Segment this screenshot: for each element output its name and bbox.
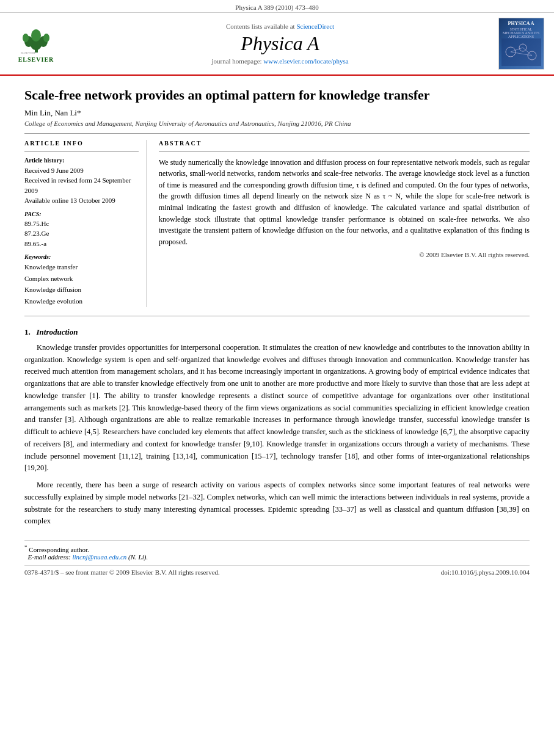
elsevier-tree-icon: ELSEVIER <box>20 24 53 55</box>
banner-right: PHYSICA A STATISTICAL MECHANICS AND ITS … <box>497 18 545 70</box>
svg-text:ELSEVIER: ELSEVIER <box>21 51 35 54</box>
article-title: Scale-free network provides an optimal p… <box>24 87 530 104</box>
divider-2 <box>24 316 530 316</box>
sciencedirect-link[interactable]: ScienceDirect <box>296 23 334 30</box>
journal-homepage: journal homepage: www.elsevier.com/locat… <box>64 57 497 65</box>
divider-abstract <box>159 151 530 152</box>
journal-thumbnail: PHYSICA A STATISTICAL MECHANICS AND ITS … <box>498 18 544 70</box>
thumb-graphic-icon <box>501 38 541 66</box>
pacs-label: PACS: <box>24 211 139 217</box>
journal-title-banner: Physica A <box>64 32 497 55</box>
elsevier-brand-text: ELSEVIER <box>18 56 54 63</box>
keyword-2: Complex network <box>24 273 139 285</box>
article-info-column: Article Info Article history: Received 9… <box>24 140 147 307</box>
footer-bottom: 0378-4371/$ – see front matter © 2009 El… <box>24 565 530 576</box>
banner: ELSEVIER ELSEVIER Contents lists availab… <box>0 13 554 76</box>
footnote-email: E-mail address: lincnj@nuaa.edu.cn (N. L… <box>24 553 530 561</box>
svg-point-5 <box>43 34 49 42</box>
homepage-link[interactable]: www.elsevier.com/locate/physa <box>263 57 348 65</box>
svg-point-4 <box>23 34 29 42</box>
svg-point-6 <box>31 29 41 42</box>
page-wrapper: Physica A 389 (2010) 473–480 ELSEVIER EL… <box>0 0 554 756</box>
thumb-subtitle: STATISTICAL MECHANICS AND ITS APPLICATIO… <box>501 27 541 38</box>
journal-reference: Physica A 389 (2010) 473–480 <box>235 4 318 11</box>
intro-paragraph-2: More recently, there has been a surge of… <box>24 479 530 528</box>
abstract-label: Abstract <box>159 140 530 147</box>
footer-issn: 0378-4371/$ – see front matter © 2009 El… <box>24 569 220 576</box>
keyword-4: Knowledge evolution <box>24 296 139 307</box>
sciencedirect-label: Contents lists available at ScienceDirec… <box>64 23 497 30</box>
divider-info <box>24 151 139 152</box>
journal-header: Physica A 389 (2010) 473–480 <box>0 0 554 13</box>
received-date: Received 9 June 2009 <box>24 165 139 176</box>
section-1-heading: 1. Introduction <box>24 327 530 337</box>
email-link[interactable]: lincnj@nuaa.edu.cn <box>72 553 126 561</box>
svg-rect-8 <box>501 38 541 66</box>
divider-1 <box>24 133 530 134</box>
intro-paragraph-1: Knowledge transfer provides opportunitie… <box>24 342 530 474</box>
history-label: Article history: <box>24 157 139 164</box>
copyright-line: © 2009 Elsevier B.V. All rights reserved… <box>159 251 530 258</box>
keywords-label: Keywords: <box>24 253 139 260</box>
article-info-label: Article Info <box>24 140 139 147</box>
footnote-asterisk: * Corresponding author. <box>24 544 530 553</box>
pacs-code-1: 89.75.Hc <box>24 219 139 229</box>
available-date: Available online 13 October 2009 <box>24 195 139 206</box>
article-affiliation: College of Economics and Management, Nan… <box>24 120 530 127</box>
abstract-column: Abstract We study numerically the knowle… <box>159 140 530 307</box>
article-authors: Min Lin, Nan Li* <box>24 108 530 118</box>
pacs-code-3: 89.65.-a <box>24 239 139 249</box>
article-content: Scale-free network provides an optimal p… <box>0 87 554 576</box>
banner-center: Contents lists available at ScienceDirec… <box>64 23 497 65</box>
pacs-code-2: 87.23.Ge <box>24 228 139 239</box>
thumb-title: PHYSICA A <box>508 21 534 26</box>
revised-date: Received in revised form 24 September 20… <box>24 175 139 195</box>
footer-doi: doi:10.1016/j.physa.2009.10.004 <box>441 569 530 576</box>
keyword-3: Knowledge diffusion <box>24 284 139 296</box>
abstract-text: We study numerically the knowledge innov… <box>159 157 530 248</box>
keyword-1: Knowledge transfer <box>24 261 139 273</box>
elsevier-logo: ELSEVIER ELSEVIER <box>9 24 64 63</box>
footnotes-area: * Corresponding author. E-mail address: … <box>24 540 530 561</box>
two-column-section: Article Info Article history: Received 9… <box>24 140 530 307</box>
